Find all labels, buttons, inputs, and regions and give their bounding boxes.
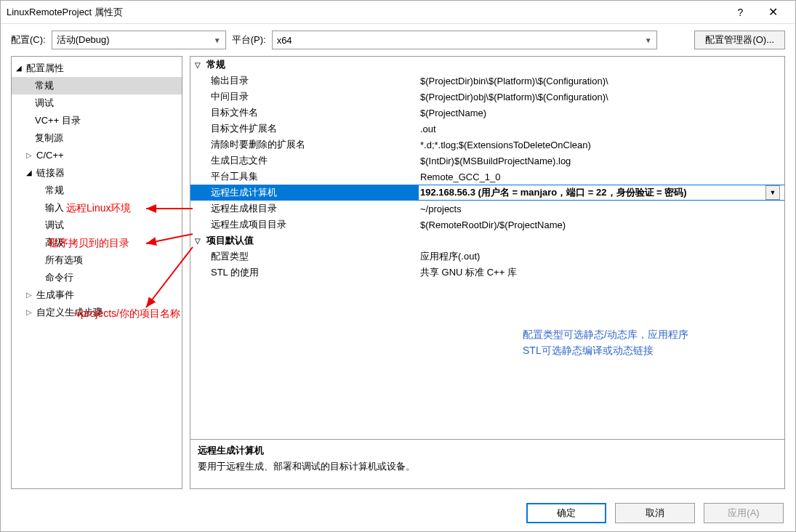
config-label: 配置(C): bbox=[11, 33, 46, 47]
tree-root[interactable]: ◢配置属性 bbox=[12, 60, 182, 77]
prop-config-type[interactable]: 配置类型应用程序(.out) bbox=[190, 249, 784, 265]
prop-build-log[interactable]: 生成日志文件$(IntDir)$(MSBuildProjectName).log bbox=[190, 153, 784, 169]
prop-stl[interactable]: STL 的使用共享 GNU 标准 C++ 库 bbox=[190, 265, 784, 281]
chevron-down-icon: ▼ bbox=[214, 36, 221, 44]
prop-remote-root[interactable]: 远程生成根目录~/projects bbox=[190, 201, 784, 217]
dropdown-button[interactable]: ▼ bbox=[765, 185, 780, 200]
tree-item-cpp[interactable]: ▷C/C++ bbox=[12, 147, 182, 164]
platform-combo-value: x64 bbox=[277, 35, 292, 46]
tree-item-vcdirs[interactable]: VC++ 目录 bbox=[12, 112, 182, 129]
tree-item-linker[interactable]: ◢链接器 bbox=[12, 164, 182, 182]
tree-linker-debug[interactable]: 调试 bbox=[12, 217, 182, 234]
description-title: 远程生成计算机 bbox=[198, 444, 777, 457]
tree-item-general[interactable]: 常规 bbox=[12, 77, 182, 94]
property-grid: ▽常规 输出目录$(ProjectDir)bin\$(Platform)\$(C… bbox=[190, 56, 785, 489]
apply-button[interactable]: 应用(A) bbox=[704, 503, 784, 523]
tree-item-debug[interactable]: 调试 bbox=[12, 94, 182, 112]
prop-target-ext[interactable]: 目标文件扩展名.out bbox=[190, 121, 784, 137]
cancel-button[interactable]: 取消 bbox=[615, 503, 695, 523]
config-manager-button[interactable]: 配置管理器(O)... bbox=[694, 31, 785, 49]
titlebar: LinuxRemoteProject 属性页 ? ✕ bbox=[1, 1, 795, 24]
platform-combo[interactable]: x64 ▼ bbox=[272, 31, 657, 49]
close-button[interactable]: ✕ bbox=[757, 1, 789, 23]
group-general[interactable]: ▽常规 bbox=[190, 57, 784, 73]
prop-remote-proj[interactable]: 远程生成项目目录$(RemoteRootDir)/$(ProjectName) bbox=[190, 217, 784, 233]
tree-item-buildevents[interactable]: ▷生成事件 bbox=[12, 286, 182, 304]
tree-linker-all[interactable]: 所有选项 bbox=[12, 251, 182, 269]
prop-int-dir[interactable]: 中间目录$(ProjectDir)obj\$(Platform)\$(Confi… bbox=[190, 89, 784, 105]
description-body: 要用于远程生成、部署和调试的目标计算机或设备。 bbox=[198, 460, 777, 473]
config-combo-value: 活动(Debug) bbox=[57, 33, 110, 47]
tree-item-copysrc[interactable]: 复制源 bbox=[12, 129, 182, 147]
window-title: LinuxRemoteProject 属性页 bbox=[7, 6, 724, 19]
tree-linker-advanced[interactable]: 高级 bbox=[12, 234, 182, 251]
remote-machine-value: 192.168.56.3 (用户名 = manjaro，端口 = 22，身份验证… bbox=[420, 186, 687, 199]
prop-toolset[interactable]: 平台工具集Remote_GCC_1_0 bbox=[190, 169, 784, 185]
help-button[interactable]: ? bbox=[724, 1, 757, 23]
tree-linker-general[interactable]: 常规 bbox=[12, 182, 182, 199]
tree-item-custombuild[interactable]: ▷自定义生成步骤 bbox=[12, 304, 182, 321]
toolbar: 配置(C): 活动(Debug) ▼ 平台(P): x64 ▼ 配置管理器(O)… bbox=[1, 24, 795, 56]
dialog-footer: 确定 取消 应用(A) bbox=[1, 495, 795, 531]
prop-target-name[interactable]: 目标文件名$(ProjectName) bbox=[190, 105, 784, 121]
group-defaults[interactable]: ▽项目默认值 bbox=[190, 233, 784, 249]
chevron-down-icon: ▼ bbox=[645, 36, 652, 44]
tree-linker-cmd[interactable]: 命令行 bbox=[12, 269, 182, 286]
config-combo[interactable]: 活动(Debug) ▼ bbox=[52, 31, 226, 49]
tree-linker-input[interactable]: 输入 bbox=[12, 199, 182, 217]
prop-clean-ext[interactable]: 清除时要删除的扩展名*.d;*.tlog;$(ExtensionsToDelet… bbox=[190, 137, 784, 153]
property-page-dialog: LinuxRemoteProject 属性页 ? ✕ 配置(C): 活动(Deb… bbox=[0, 0, 796, 532]
prop-remote-machine[interactable]: 远程生成计算机 192.168.56.3 (用户名 = manjaro，端口 =… bbox=[190, 185, 784, 201]
description-panel: 远程生成计算机 要用于远程生成、部署和调试的目标计算机或设备。 bbox=[190, 439, 784, 488]
prop-output-dir[interactable]: 输出目录$(ProjectDir)bin\$(Platform)\$(Confi… bbox=[190, 73, 784, 89]
platform-label: 平台(P): bbox=[232, 33, 266, 47]
tree-view[interactable]: ◢配置属性 常规 调试 VC++ 目录 复制源 ▷C/C++ ◢链接器 常规 输… bbox=[11, 56, 182, 489]
ok-button[interactable]: 确定 bbox=[526, 503, 606, 523]
